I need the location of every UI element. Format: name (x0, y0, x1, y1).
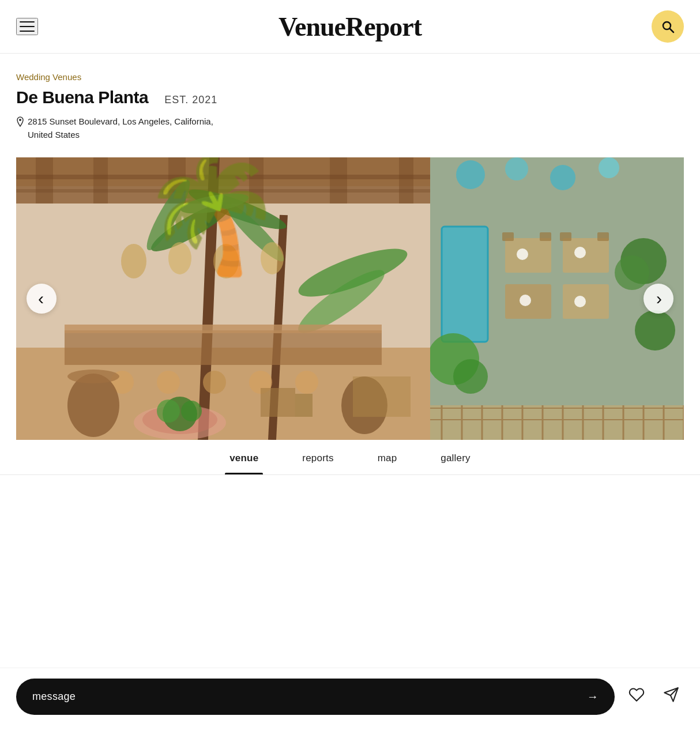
svg-rect-24 (65, 325, 382, 333)
svg-point-31 (67, 370, 119, 383)
svg-point-82 (517, 248, 528, 260)
tab-venue[interactable]: venue (225, 440, 263, 474)
svg-rect-13 (16, 189, 430, 193)
tab-gallery[interactable]: gallery (436, 440, 475, 474)
svg-point-49 (456, 160, 485, 189)
image-carousel: ‹ › (16, 157, 684, 440)
venue-address: 2815 Sunset Boulevard, Los Angeles, Cali… (16, 115, 684, 141)
svg-rect-9 (249, 157, 264, 204)
carousel-track (16, 157, 684, 440)
tab-reports[interactable]: reports (298, 440, 338, 474)
svg-point-2 (19, 119, 21, 121)
svg-rect-10 (330, 157, 347, 204)
site-logo: VenueReport (279, 12, 421, 42)
svg-rect-59 (560, 232, 571, 241)
svg-point-16 (146, 194, 237, 258)
bottom-action-bar: message → (0, 668, 700, 731)
svg-line-1 (670, 29, 674, 33)
svg-rect-60 (597, 232, 609, 241)
search-icon (661, 20, 675, 33)
venue-tabs: venue reports map gallery (0, 440, 700, 475)
svg-point-85 (574, 296, 586, 307)
svg-point-62 (615, 255, 649, 290)
svg-point-37 (181, 401, 202, 421)
svg-rect-43 (295, 394, 313, 417)
svg-point-65 (453, 359, 488, 394)
heart-icon (629, 687, 645, 707)
site-header: VenueReport (0, 0, 700, 54)
svg-point-63 (635, 310, 675, 351)
venue-est-badge: EST. 2021 (164, 94, 217, 106)
search-button[interactable] (652, 10, 684, 43)
svg-point-83 (574, 247, 586, 258)
venue-title-row: De Buena Planta EST. 2021 (16, 88, 684, 107)
svg-point-27 (203, 371, 226, 394)
svg-rect-47 (442, 227, 488, 342)
svg-rect-7 (93, 157, 108, 204)
carousel-next-button[interactable]: › (643, 284, 673, 314)
svg-point-19 (221, 198, 289, 267)
svg-point-38 (121, 244, 146, 278)
svg-rect-8 (168, 157, 186, 204)
svg-point-51 (550, 165, 575, 190)
carousel-image-left (16, 157, 430, 440)
svg-point-26 (157, 371, 180, 394)
chevron-left-icon: ‹ (38, 290, 44, 307)
carousel-prev-button[interactable]: ‹ (27, 284, 57, 314)
svg-point-39 (168, 242, 191, 274)
svg-rect-23 (65, 330, 382, 365)
svg-point-36 (157, 400, 180, 423)
arrow-icon: → (587, 690, 599, 703)
svg-rect-66 (430, 405, 684, 440)
svg-point-84 (520, 295, 531, 306)
venue-name: De Buena Planta (16, 88, 148, 107)
hamburger-menu-button[interactable] (16, 18, 38, 35)
address-text: 2815 Sunset Boulevard, Los Angeles, Cali… (28, 115, 213, 141)
breadcrumb[interactable]: Wedding Venues (16, 72, 684, 82)
svg-rect-42 (261, 388, 295, 417)
favorite-button[interactable] (624, 682, 649, 711)
svg-rect-11 (399, 157, 413, 204)
message-label: message (32, 691, 76, 703)
tab-map[interactable]: map (373, 440, 402, 474)
svg-rect-57 (502, 232, 514, 241)
svg-point-20 (179, 190, 250, 217)
share-button[interactable] (658, 682, 684, 711)
svg-point-17 (141, 176, 196, 254)
svg-point-52 (599, 157, 619, 178)
svg-rect-44 (353, 376, 411, 417)
chevron-right-icon: › (656, 290, 662, 307)
svg-point-29 (295, 371, 318, 394)
location-pin-icon (16, 116, 24, 131)
message-button[interactable]: message → (16, 679, 615, 715)
svg-rect-54 (563, 238, 609, 273)
share-icon (663, 687, 679, 707)
svg-rect-6 (36, 157, 53, 204)
svg-rect-5 (16, 157, 430, 204)
svg-point-50 (505, 157, 528, 180)
svg-rect-53 (505, 238, 551, 273)
svg-rect-12 (16, 175, 430, 179)
svg-point-41 (261, 242, 284, 274)
main-content: Wedding Venues De Buena Planta EST. 2021… (0, 54, 700, 440)
svg-rect-58 (540, 232, 551, 241)
svg-point-18 (186, 183, 289, 236)
svg-point-40 (213, 244, 239, 278)
